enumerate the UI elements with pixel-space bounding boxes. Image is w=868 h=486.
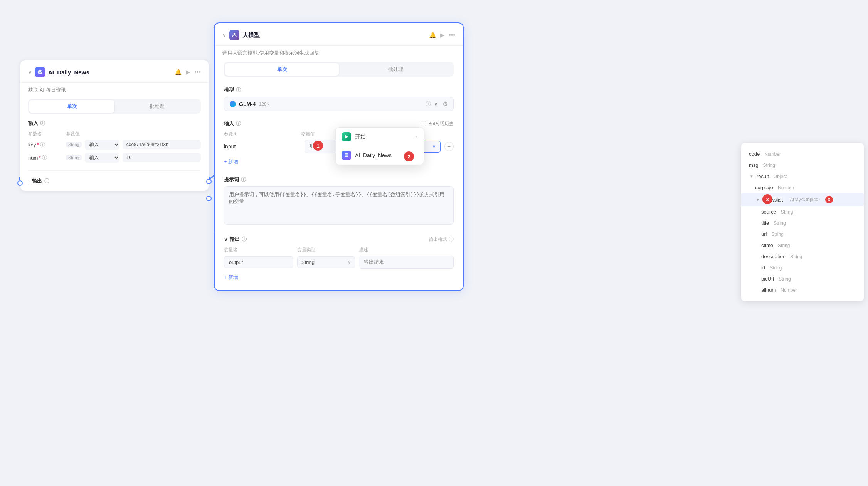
left-card-title: AI_Daily_News — [48, 69, 172, 76]
main-card-tabs: 单次 批处理 — [224, 62, 454, 77]
main-notification-icon[interactable]: 🔔 — [429, 32, 436, 39]
output-name-field[interactable]: output — [224, 256, 293, 268]
input-info-icon[interactable]: ⓘ — [40, 120, 45, 127]
input-section-info-icon[interactable]: ⓘ — [236, 120, 241, 127]
tab-single-main[interactable]: 单次 — [225, 63, 339, 76]
tab-single-left[interactable]: 单次 — [29, 100, 114, 113]
model-chevron-icon[interactable]: ∨ — [434, 101, 438, 107]
tree-row-newslist[interactable]: ▼ newslist Array<Object> 3 — [741, 193, 864, 206]
more-icon[interactable]: ••• — [194, 69, 201, 76]
output-desc-field[interactable]: 输出结果 — [359, 256, 454, 269]
output-table-header: 变量名 变量类型 描述 — [224, 247, 454, 253]
model-section: 模型 ⓘ GLM-4 128K ⓘ ∨ ⚙ — [215, 83, 463, 116]
input-col-name-header: 参数名 — [224, 131, 301, 138]
main-play-icon[interactable]: ▶ — [440, 32, 445, 39]
tree-row-code[interactable]: code Number — [741, 148, 864, 160]
model-context: 128K — [259, 101, 270, 107]
prompt-info-icon[interactable]: ⓘ — [241, 176, 246, 183]
tree-key-title: title — [761, 220, 769, 226]
right-output-connector-2[interactable] — [206, 196, 212, 201]
output-section-info-icon[interactable]: ⓘ — [242, 236, 247, 243]
tree-key-ctime: ctime — [761, 242, 773, 248]
collapse-icon[interactable]: ∨ — [28, 69, 32, 75]
input-section-label: 输入 — [28, 120, 38, 127]
model-info-icon[interactable]: ⓘ — [236, 87, 241, 94]
step-badge-1: 1 — [313, 141, 323, 151]
output-type-select[interactable]: String ∨ — [297, 256, 355, 268]
tree-row-description[interactable]: description String — [741, 251, 864, 262]
tree-row-url[interactable]: url String — [741, 229, 864, 240]
value-chevron-icon: ∨ — [432, 144, 436, 149]
left-node-card: ∨ AI_Daily_News 🔔 ▶ ••• 获取 AI 每日资讯 单次 批处… — [20, 60, 209, 191]
num-info-icon[interactable]: ⓘ — [42, 154, 47, 161]
param-table: 参数名 参数值 key * ⓘ String 输入 引用 c0e871a6a — [28, 131, 201, 163]
model-settings-icon[interactable]: ⚙ — [442, 100, 448, 108]
output-info-icon[interactable]: ⓘ — [44, 178, 49, 185]
main-more-icon[interactable]: ••• — [449, 32, 455, 39]
left-input-section: 输入 ⓘ 参数名 参数值 key * ⓘ String 输入 — [20, 120, 209, 170]
output-desc-text: 输出结果 — [364, 259, 384, 265]
tab-batch-left[interactable]: 批处理 — [114, 100, 200, 113]
num-select[interactable]: 输入 引用 — [85, 153, 119, 163]
left-card-subtitle: 获取 AI 每日资讯 — [20, 83, 209, 99]
tree-type-curpage: Number — [778, 185, 794, 190]
tree-type-title: String — [774, 220, 786, 226]
input-section-title: 输入 ⓘ — [224, 120, 421, 127]
tree-row-title[interactable]: title String — [741, 217, 864, 229]
output-format-info-icon[interactable]: ⓘ — [449, 236, 454, 243]
main-card-subtitle: 调用大语言模型,使用变量和提示词生成回复 — [215, 46, 463, 62]
play-icon[interactable]: ▶ — [186, 69, 190, 76]
tree-type-ctime: String — [778, 243, 790, 248]
key-info-icon[interactable]: ⓘ — [40, 141, 45, 148]
num-input[interactable]: 10 — [123, 153, 201, 162]
main-collapse-icon[interactable]: ∨ — [222, 32, 226, 38]
left-output-section: › 输出 ⓘ — [20, 174, 209, 191]
tree-key-code: code — [749, 151, 760, 157]
output-name-text: output — [229, 259, 243, 265]
model-label-text: 模型 — [224, 87, 234, 94]
notification-icon[interactable]: 🔔 — [175, 69, 182, 76]
key-input[interactable]: c0e871a6a08ff21f3b — [123, 140, 201, 149]
key-select[interactable]: 输入 引用 — [85, 140, 119, 150]
left-input-title: 输入 ⓘ — [28, 120, 201, 127]
main-card-header: ∨ 大模型 🔔 ▶ ••• — [215, 23, 463, 46]
tree-row-result[interactable]: ▼ result Object — [741, 171, 864, 182]
left-input-connector[interactable] — [17, 180, 23, 186]
tree-key-picurl: picUrl — [761, 276, 774, 282]
main-output-section: ∨ 输出 ⓘ 输出格式 ⓘ 变量名 变量类型 描述 output — [215, 232, 463, 290]
prompt-textarea[interactable] — [224, 186, 454, 225]
tree-row-source[interactable]: source String — [741, 206, 864, 217]
num-type: String — [66, 155, 82, 160]
tab-batch-main[interactable]: 批处理 — [339, 63, 453, 76]
col-name-header: 参数名 — [28, 131, 63, 137]
tree-row-id[interactable]: id String — [741, 262, 864, 273]
model-detail-icon[interactable]: ⓘ — [426, 101, 431, 108]
prompt-label-text: 提示词 — [224, 176, 239, 183]
input-title-text: 输入 — [224, 120, 234, 127]
tree-row-ctime[interactable]: ctime String — [741, 240, 864, 251]
svg-marker-4 — [345, 135, 348, 139]
tree-row-picurl[interactable]: picUrl String — [741, 273, 864, 284]
left-output-toggle[interactable]: › 输出 ⓘ — [28, 178, 201, 185]
input-param-label: input — [224, 143, 236, 150]
dropdown-item-start[interactable]: 开始 › — [336, 128, 424, 146]
checkbox-box[interactable] — [421, 121, 426, 126]
add-output-btn[interactable]: + 新增 — [224, 272, 454, 283]
col-value-header: 参数值 — [66, 131, 201, 137]
canvas: ∨ AI_Daily_News 🔔 ▶ ••• 获取 AI 每日资讯 单次 批处… — [0, 0, 868, 486]
tree-row-curpage[interactable]: curpage Number — [741, 182, 864, 193]
bot-history-checkbox[interactable]: Bot对话历史 — [421, 121, 454, 127]
tree-row-msg[interactable]: msg String — [741, 160, 864, 171]
right-output-connector-1[interactable] — [206, 179, 212, 184]
param-table-header: 参数名 参数值 — [28, 131, 201, 137]
news-label: AI_Daily_News — [355, 152, 392, 158]
tree-type-allnum: Number — [781, 288, 797, 293]
tree-row-allnum[interactable]: allnum Number — [741, 284, 864, 296]
result-expand-icon: ▼ — [749, 174, 754, 179]
step-badge-3: 3 — [762, 194, 772, 204]
tree-key-result: result — [757, 173, 769, 179]
output-chevron: › — [28, 179, 30, 183]
node-icon — [35, 67, 45, 77]
model-selector[interactable]: GLM-4 128K ⓘ ∨ ⚙ — [224, 97, 454, 111]
remove-input-btn[interactable]: − — [444, 142, 454, 151]
